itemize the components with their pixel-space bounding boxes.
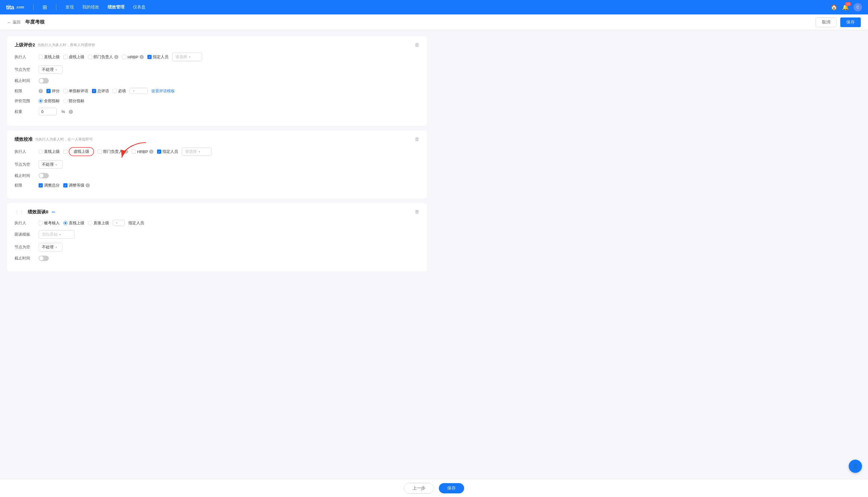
radio-partial-1[interactable] [63,99,68,103]
info-icon-dept-head-2[interactable]: i [124,150,128,154]
checkbox-adjust-level-2[interactable] [63,183,68,187]
radio-direct-manager-3[interactable] [88,221,92,225]
executor-hrbp-1[interactable]: HRBP i [122,55,144,59]
virtual-superior-highlighted: 虚线上级 [69,147,94,156]
info-icon-hrbp-2[interactable]: i [149,150,153,154]
perm-single-comment-1[interactable]: 单指标评语 [63,88,88,94]
checkbox-designated-2[interactable] [157,150,161,154]
home-icon: 🏠 [831,4,837,10]
logo[interactable]: tita .com [6,4,24,11]
required-dropdown-1[interactable]: ▾ [130,88,148,94]
executor-designated-1[interactable]: 指定人员 [147,54,169,60]
delete-section-calibration[interactable]: 🗑 [415,137,419,142]
executor-direct-2[interactable]: 直线上级 [39,149,60,154]
section-title-superior-review-2: 上级评价2 [14,42,35,48]
checkbox-dept-head-1[interactable] [88,55,92,59]
assignee-select-1[interactable]: 请选择 ▾ [172,53,202,61]
checkbox-direct-2[interactable] [39,150,43,154]
checkbox-direct-superior-1[interactable] [39,55,43,59]
interview-template-value: 空白开始 [42,232,58,237]
exec-direct-manager-3[interactable]: 直接上级 [88,220,109,226]
section-title-interview-2: 绩效面谈II [28,209,48,215]
exec-direct-superior-3[interactable]: 直线上级 [63,220,84,226]
notification-btn[interactable]: 🔔 13 [842,4,849,11]
radio-all-1[interactable] [39,99,43,103]
checkbox-designated-1[interactable] [147,55,152,59]
node-empty-select-1[interactable]: 不处理 ▾ [39,66,63,74]
perm-score-1[interactable]: 评分 [46,88,60,94]
executor-virtual-2[interactable]: 虚线上级 [63,147,94,156]
node-empty-content-3: 不处理 ▾ [39,243,63,251]
node-empty-arrow-1: ▾ [55,68,57,71]
home-icon-btn[interactable]: 🏠 [831,4,837,11]
interview-template-arrow: ▾ [59,233,61,236]
checkbox-adjust-total-2[interactable] [39,183,43,187]
executor-dept-head-1[interactable]: 部门负责人 i [88,54,118,60]
executor-direct-superior-1[interactable]: 直线上级 [39,54,60,60]
assignee-placeholder-2: 请选择 [185,149,197,154]
nav-link-discover[interactable]: 发现 [66,4,74,10]
perm-total-comment-1[interactable]: 总评语 [92,88,109,94]
delete-section-superior-review-2[interactable]: 🗑 [415,42,419,48]
checkbox-total-comment-1[interactable] [92,89,96,93]
range-all-1[interactable]: 全部指标 [39,98,60,104]
checkbox-dept-head-2[interactable] [98,150,102,154]
interview-template-select[interactable]: 空白开始 ▾ [39,230,75,239]
exec-examinee[interactable]: 被考核人 [39,220,60,226]
checkbox-required-1[interactable] [113,89,117,93]
checkbox-virtual-superior-1[interactable] [63,55,68,59]
checkbox-virtual-2[interactable] [63,150,68,154]
deadline-row-3: 截止时间 [14,256,419,261]
permissions-row-1: 权限 i 评分 单指标评语 总评语 必填 [14,88,419,94]
deadline-toggle-1[interactable] [39,78,49,84]
checkbox-hrbp-2[interactable] [132,150,136,154]
edit-icon-interview-2[interactable]: ✏ [52,210,55,215]
drag-handle-interview-2[interactable]: ⋮⋮ [14,209,24,215]
exec-designated-3[interactable]: 指定人员 [128,220,144,226]
delete-section-interview-2[interactable]: 🗑 [415,209,419,215]
info-icon-weight-1[interactable]: i [69,110,73,114]
executor-designated-2[interactable]: 指定人员 [157,149,178,154]
template-link-1[interactable]: 设置评语模板 [151,88,175,94]
nav-link-performance-mgmt[interactable]: 绩效管理 [108,4,125,10]
executor-label-3: 执行人 [14,220,39,226]
node-empty-content-2: 不处理 ▾ [39,160,63,169]
grid-icon[interactable]: ⊞ [43,4,47,11]
perm-adjust-level-2[interactable]: 调整等级 i [63,183,90,188]
checkbox-hrbp-1[interactable] [122,55,126,59]
deadline-toggle-2[interactable] [39,173,49,179]
cancel-button[interactable]: 取消 [815,17,837,27]
section-superior-review-2: 上级评价2 当执行人为多人时，所有人均需评价 🗑 执行人 直线上级 虚线上级 部… [7,36,427,126]
executor-dept-head-2[interactable]: 部门负责人 i [98,149,128,154]
checkbox-single-comment-1[interactable] [63,89,68,93]
deadline-label-1: 截止时间 [14,78,39,84]
radio-direct-superior-3[interactable] [63,221,68,225]
checkbox-score-1[interactable] [46,89,51,93]
node-empty-arrow-3: ▾ [55,246,57,249]
perm-adjust-total-2[interactable]: 调整总分 [39,183,60,188]
user-avatar[interactable]: C [854,3,862,12]
info-icon-adjust-level-2[interactable]: i [86,183,90,187]
perm-required-1[interactable]: 必填 [113,88,126,94]
info-icon-dept-head-1[interactable]: i [114,55,118,59]
weight-row-1: 权重 % i [14,108,419,115]
nav-link-dashboard[interactable]: 仪表盘 [133,4,145,10]
node-empty-label-2: 节点为空 [14,162,39,167]
checkbox-examinee[interactable] [39,221,43,225]
executor-virtual-superior-1[interactable]: 虚线上级 [63,54,84,60]
back-button[interactable]: ← 返回 [7,19,20,25]
executor-label-1: 执行人 [14,54,39,60]
info-icon-permissions-1[interactable]: i [39,89,43,93]
node-empty-select-2[interactable]: 不处理 ▾ [39,160,63,169]
save-button-header[interactable]: 保存 [840,17,861,27]
deadline-toggle-3[interactable] [39,256,49,261]
executor-hrbp-2[interactable]: HRBP i [132,150,153,154]
nav-link-my-performance[interactable]: 我的绩效 [82,4,99,10]
weight-input-1[interactable] [39,108,57,115]
exec-more-dropdown-3[interactable]: ▾ [113,220,125,226]
assignee-select-2[interactable]: 请选择 ▾ [182,147,212,156]
executor-content-1: 直线上级 虚线上级 部门负责人 i HRBP i [39,53,202,61]
info-icon-hrbp-1[interactable]: i [140,55,144,59]
range-partial-1[interactable]: 部分指标 [63,98,84,104]
node-empty-select-3[interactable]: 不处理 ▾ [39,243,63,251]
